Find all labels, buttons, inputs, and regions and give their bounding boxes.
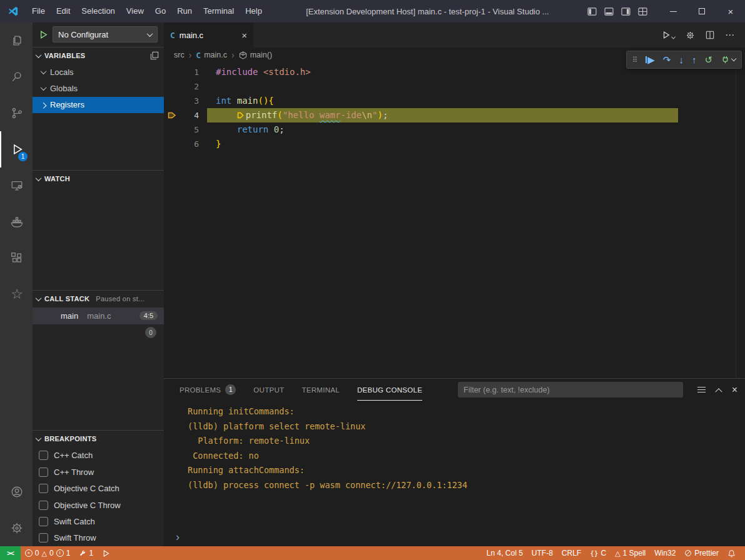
close-button[interactable]: × (716, 0, 745, 22)
step-out-button[interactable]: ↑ (692, 55, 697, 64)
more-actions-icon[interactable]: ⋯ (725, 29, 735, 41)
explorer-icon[interactable] (0, 22, 33, 59)
breakpoint-item[interactable]: Objective C Throw (33, 497, 164, 513)
menu-help[interactable]: Help (240, 0, 268, 22)
breakpoint-checkbox[interactable] (39, 468, 48, 477)
console-filter-input[interactable] (458, 382, 683, 398)
code-line-2[interactable]: 2 (164, 79, 745, 94)
search-icon[interactable] (0, 59, 33, 95)
breakpoint-item[interactable]: C++ Catch (33, 448, 164, 464)
close-panel-icon[interactable]: × (732, 384, 737, 396)
breakpoint-item[interactable]: Objective C Catch (33, 480, 164, 496)
panel-tab-debug-console[interactable]: DEBUG CONSOLE (357, 379, 422, 401)
eol-indicator[interactable]: CRLF (557, 546, 585, 560)
start-debug-icon[interactable] (39, 30, 48, 39)
menu-view[interactable]: View (121, 0, 150, 22)
breakpoint-item[interactable]: Swift Catch (33, 513, 164, 529)
panel-tab-output[interactable]: OUTPUT (253, 379, 284, 401)
call-stack-header[interactable]: CALL STACK Paused on st... (33, 291, 164, 308)
gear-icon[interactable] (686, 31, 695, 40)
toggle-panel-icon[interactable] (604, 8, 614, 16)
language-mode[interactable]: {} C (585, 546, 611, 560)
variables-item-globals[interactable]: Globals (33, 81, 164, 97)
editor-actions: ⋯ (662, 22, 745, 48)
disconnect-button[interactable] (721, 55, 736, 64)
settings-gear-icon[interactable] (0, 510, 33, 546)
menu-go[interactable]: Go (150, 0, 171, 22)
accounts-icon[interactable] (0, 474, 33, 510)
code-line-3[interactable]: 3int main(){ (164, 94, 745, 108)
maximize-panel-icon[interactable] (715, 388, 722, 395)
step-into-button[interactable]: ↓ (679, 55, 684, 64)
breakpoint-item[interactable]: C++ Throw (33, 464, 164, 480)
remote-indicator[interactable]: >< (0, 546, 21, 560)
drag-grip-icon[interactable]: ⠿ (632, 56, 638, 64)
breakpoint-checkbox[interactable] (39, 533, 48, 542)
console-line: Connected: no (188, 449, 745, 464)
watch-header[interactable]: WATCH (33, 171, 164, 188)
split-editor-icon[interactable] (706, 31, 714, 39)
step-over-button[interactable]: ↷ (663, 55, 671, 64)
customize-layout-icon[interactable] (638, 8, 647, 16)
breakpoint-checkbox[interactable] (39, 484, 48, 493)
code-line-5[interactable]: 5 return 0; (164, 122, 745, 137)
console-line: (lldb) platform select remote-linux (188, 419, 745, 434)
run-and-debug-icon[interactable]: 1 (0, 131, 33, 168)
toggle-sidebar-icon[interactable] (587, 8, 597, 16)
tab-close-icon[interactable]: × (241, 30, 247, 41)
glyph-margin (164, 137, 180, 151)
console-input-chevron[interactable]: › (176, 531, 180, 542)
notifications-bell-icon[interactable] (723, 546, 740, 560)
breakpoint-item[interactable]: Swift Throw (33, 530, 164, 546)
chevron-down-icon (147, 31, 153, 37)
breakpoint-checkbox[interactable] (39, 517, 48, 526)
cursor-position[interactable]: Ln 4, Col 5 (482, 546, 527, 560)
variables-header[interactable]: VARIABLES (33, 48, 164, 64)
toggle-secondary-sidebar-icon[interactable] (621, 8, 631, 16)
menu-edit[interactable]: Edit (51, 0, 76, 22)
chevron-down-icon (36, 295, 42, 301)
stack-frame-row[interactable]: main main.c 4:5 (33, 308, 164, 324)
debug-session-indicator[interactable] (98, 546, 114, 560)
code-editor[interactable]: 1#include <stdio.h>23int main(){4 printf… (164, 62, 745, 378)
breakpoints-header[interactable]: BREAKPOINTS (33, 431, 164, 448)
collapse-all-icon[interactable] (150, 51, 159, 60)
launch-config-dropdown[interactable]: No Configurat (53, 26, 158, 42)
menu-file[interactable]: File (26, 0, 51, 22)
output-actions-icon[interactable] (697, 385, 706, 394)
breadcrumb-symbol[interactable]: main() (239, 51, 272, 59)
continue-button[interactable]: ▶ (646, 55, 655, 64)
variables-item-registers[interactable]: Registers (33, 97, 164, 113)
docker-icon[interactable] (0, 204, 33, 240)
code-line-6[interactable]: 6} (164, 137, 745, 151)
breakpoint-checkbox[interactable] (39, 501, 48, 510)
minimize-button[interactable] (659, 0, 687, 22)
tab-main-c[interactable]: C main.c × (164, 22, 253, 48)
breadcrumb-src[interactable]: src (174, 51, 185, 59)
extensions-icon[interactable] (0, 240, 33, 276)
menu-terminal[interactable]: Terminal (198, 0, 240, 22)
platform-indicator[interactable]: Win32 (650, 546, 680, 560)
paused-status: Paused on st... (96, 295, 144, 302)
panel-tab-problems[interactable]: PROBLEMS1 (180, 379, 236, 401)
restart-button[interactable]: ↺ (704, 55, 712, 64)
formatter-indicator[interactable]: Prettier (680, 546, 723, 560)
run-file-button[interactable] (662, 31, 675, 39)
tasks-indicator[interactable]: 1 (74, 546, 98, 560)
star-icon[interactable]: ☆ (0, 276, 33, 312)
spell-checker-indicator[interactable]: △ 1 Spell (611, 546, 650, 560)
line-number: 6 (180, 137, 199, 151)
remote-explorer-icon[interactable] (0, 168, 33, 204)
menu-selection[interactable]: Selection (76, 0, 120, 22)
problems-indicator[interactable]: × 0 △ 0 i 1 (21, 546, 75, 560)
encoding-indicator[interactable]: UTF-8 (527, 546, 557, 560)
breakpoint-checkbox[interactable] (39, 451, 48, 460)
debug-console-output[interactable]: Running initCommands:(lldb) platform sel… (164, 401, 745, 492)
maximize-button[interactable] (687, 0, 716, 22)
panel-tab-terminal[interactable]: TERMINAL (302, 379, 340, 401)
code-line-4[interactable]: 4 printf("hello wamr-ide\n"); (164, 108, 745, 122)
source-control-icon[interactable] (0, 95, 33, 131)
breadcrumb-file[interactable]: C main.c (196, 51, 227, 60)
variables-item-locals[interactable]: Locals (33, 64, 164, 81)
menu-run[interactable]: Run (171, 0, 198, 22)
